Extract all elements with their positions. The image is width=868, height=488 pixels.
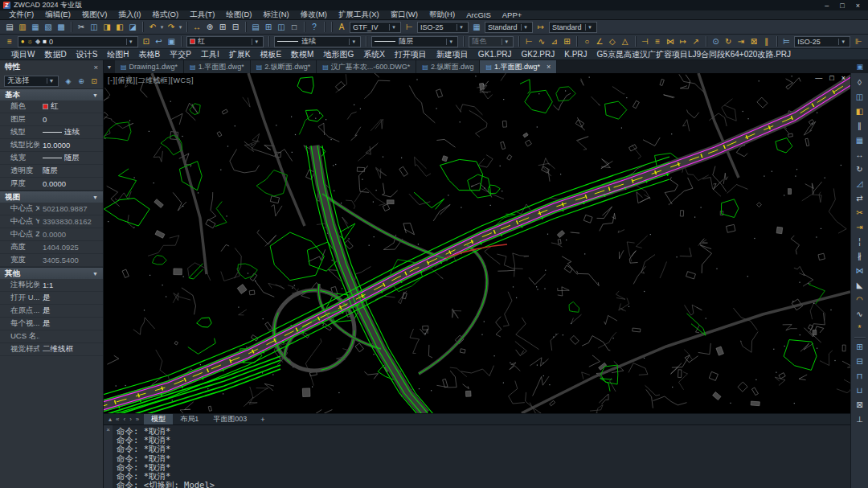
menu-item-3[interactable]: 插入(I): [113, 10, 146, 20]
dim-arc-length-icon[interactable]: ⊿: [549, 36, 560, 47]
chamfer-icon[interactable]: ◣: [854, 279, 866, 290]
dim-override-icon[interactable]: ⊩: [853, 36, 864, 47]
property-value[interactable]: 502180.9887: [39, 204, 103, 213]
dim-linear-icon[interactable]: ⊢: [523, 36, 534, 47]
dim-diameter-icon[interactable]: ◇: [607, 36, 618, 47]
lineweight-combo[interactable]: 随层▾: [371, 36, 458, 47]
add-layout-button[interactable]: +: [254, 414, 271, 424]
document-tab-3[interactable]: ▤汉广基本农...-600.DWG*: [317, 60, 416, 73]
expand-tabs-icon[interactable]: ▴: [108, 416, 112, 423]
project-menu-item-3[interactable]: 绘图H: [102, 49, 133, 60]
zoom-previous-icon[interactable]: ⊟: [230, 22, 241, 33]
document-tab-2[interactable]: ▤2.纵断面.dwg*: [251, 60, 317, 73]
property-value[interactable]: 连续: [39, 127, 103, 137]
project-menu-item-10[interactable]: 地形图G: [318, 49, 358, 60]
properties-panel-close-icon[interactable]: ×: [93, 63, 98, 72]
viewport-controls[interactable]: [-][俯视][二维线框][WCS]: [108, 76, 194, 86]
command-window-close-icon[interactable]: ×: [104, 425, 113, 488]
property-value[interactable]: 0.0000: [39, 230, 103, 239]
command-history[interactable]: 命令: *取消*命令: *取消*命令: *取消*命令: *取消*命令: *取消*…: [113, 425, 219, 488]
zoom-realtime-icon[interactable]: ⊕: [204, 22, 215, 33]
dim-style-combo-2[interactable]: ISO-25▾: [794, 36, 850, 47]
join-icon[interactable]: ⋈: [854, 265, 866, 276]
paste-icon[interactable]: ◨: [101, 22, 113, 33]
section-header-0[interactable]: 基本▼: [0, 88, 103, 100]
match-properties-icon[interactable]: ◪: [127, 22, 138, 33]
dim-aligned-icon[interactable]: ∿: [536, 36, 547, 47]
quick-dim-icon[interactable]: ⊣: [640, 36, 651, 47]
dim-style-icon[interactable]: ⊢: [403, 22, 415, 33]
document-tab-5[interactable]: ▤1.平面图.dwg*×: [480, 60, 557, 73]
document-tab-1[interactable]: ▤1.平面图.dwg*: [184, 60, 251, 73]
close-button[interactable]: ×: [856, 2, 860, 10]
save-as-icon[interactable]: ▧: [43, 22, 54, 33]
layout-tab-1[interactable]: 布局1: [173, 414, 206, 424]
linetype-combo[interactable]: 连续▾: [274, 36, 361, 47]
property-value[interactable]: 1404.0925: [39, 243, 103, 252]
property-value[interactable]: 1:1: [39, 281, 103, 289]
ucs-icon[interactable]: ⊥: [854, 413, 866, 424]
layer-properties-icon[interactable]: ≡: [4, 36, 15, 47]
dim-baseline-icon[interactable]: ≡: [652, 36, 663, 47]
quick-select-icon[interactable]: ◈: [63, 76, 74, 87]
chevron-down-icon[interactable]: ▾: [446, 39, 455, 45]
menu-item-4[interactable]: 格式(O): [146, 10, 184, 20]
project-menu-item-0[interactable]: 项目W: [6, 49, 39, 60]
dim-jog-icon[interactable]: ∥: [761, 36, 772, 47]
paste-special-icon[interactable]: ◧: [114, 22, 125, 33]
break-at-point-icon[interactable]: ¦: [854, 236, 866, 247]
property-value[interactable]: 二维线框: [39, 344, 103, 355]
trim-icon[interactable]: ✂: [854, 207, 866, 218]
property-value[interactable]: 10.0000: [39, 141, 103, 150]
chevron-down-icon[interactable]: ▾: [838, 39, 847, 45]
move-icon[interactable]: ↔: [854, 149, 866, 160]
undo-dropdown-icon[interactable]: ▾: [159, 22, 165, 33]
new-file-icon[interactable]: ▤: [4, 22, 15, 33]
project-menu-item-11[interactable]: 系统X: [358, 49, 390, 60]
help-icon[interactable]: ?: [309, 22, 320, 33]
text-style-combo[interactable]: GTF_IV▾: [350, 22, 401, 33]
tab-list-dropdown-icon[interactable]: ▼: [104, 60, 115, 73]
property-value[interactable]: 随层: [39, 153, 103, 163]
dim-radius-icon[interactable]: ○: [581, 36, 592, 47]
doc-minimize-icon[interactable]: —: [815, 74, 822, 82]
next-tab-icon[interactable]: ›: [129, 416, 132, 423]
drawing-canvas[interactable]: [-][俯视][二维线框][WCS] —□×: [104, 73, 850, 413]
menu-item-10[interactable]: 窗口(W): [385, 10, 424, 20]
copy-icon[interactable]: ◫: [854, 91, 866, 102]
make-layer-current-icon[interactable]: ⊡: [141, 36, 152, 47]
chevron-down-icon[interactable]: ▾: [126, 39, 135, 45]
quick-calc-icon[interactable]: ⊞: [263, 22, 274, 33]
menu-item-0[interactable]: 文件(F): [3, 10, 39, 20]
dim-break-icon[interactable]: ⇥: [735, 36, 747, 47]
property-value[interactable]: 是: [39, 293, 103, 303]
chevron-down-icon[interactable]: ▾: [585, 24, 594, 31]
scale-icon[interactable]: ◿: [854, 178, 866, 189]
document-tab-4[interactable]: ▤2.纵断面.dwg: [416, 60, 480, 73]
property-value[interactable]: 是: [39, 306, 103, 316]
draworder-below-icon[interactable]: ⊔: [854, 384, 866, 396]
layout-tab-2[interactable]: 平面图003: [206, 414, 254, 424]
dim-angular-icon[interactable]: ∠: [594, 36, 605, 47]
chevron-down-icon[interactable]: ▾: [521, 24, 530, 31]
selection-combo[interactable]: 无选择 ▼: [4, 76, 59, 87]
sheet-set-icon[interactable]: ◫: [276, 22, 287, 33]
dim-style-combo[interactable]: ISO-25▾: [417, 22, 469, 33]
project-menu-item-15[interactable]: GK2.PRJ: [517, 50, 560, 59]
chevron-down-icon[interactable]: ▾: [252, 39, 260, 45]
fillet-icon[interactable]: ◠: [854, 293, 866, 305]
draworder-above-icon[interactable]: ⊓: [854, 370, 866, 381]
erase-icon[interactable]: ◊: [854, 76, 866, 88]
open-file-icon[interactable]: ▥: [17, 22, 28, 33]
property-value[interactable]: 3405.5400: [39, 256, 103, 265]
offset-icon[interactable]: ∥: [854, 120, 866, 131]
property-value[interactable]: 3393830.8162: [39, 217, 103, 226]
text-style-icon[interactable]: A: [336, 22, 347, 33]
properties-palette-icon[interactable]: ▤: [250, 22, 261, 33]
dim-style-manager-icon[interactable]: ⊨: [781, 36, 792, 47]
menu-item-1[interactable]: 编辑(E): [39, 10, 76, 20]
dim-center-mark-icon[interactable]: △: [620, 36, 631, 47]
doc-close-icon[interactable]: ×: [841, 74, 845, 82]
prev-tab-icon[interactable]: ‹: [123, 416, 125, 423]
dim-ordinate-icon[interactable]: ⊞: [562, 36, 573, 47]
